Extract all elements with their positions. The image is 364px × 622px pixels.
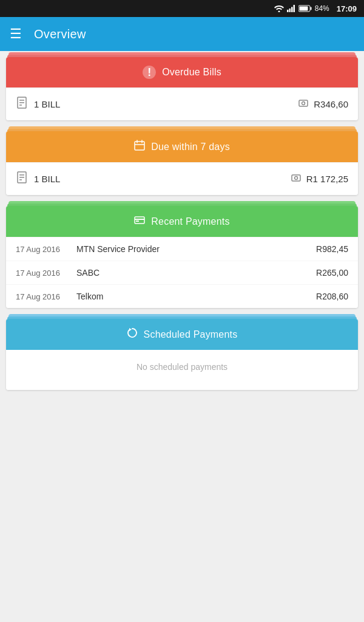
svg-rect-3 — [291, 7, 293, 13]
status-bar: 84% 17:09 — [0, 0, 364, 17]
due-within-bill-count: 1 BILL — [34, 174, 60, 184]
scheduled-payments-label: Scheduled Payments — [144, 329, 238, 340]
payment-amount-0: R982,45 — [316, 244, 348, 254]
bill-document-icon-2 — [16, 171, 28, 186]
signal-icon — [287, 5, 295, 12]
scheduled-payments-header[interactable]: Scheduled Payments — [6, 319, 358, 350]
overdue-bills-header[interactable]: ! Overdue Bills — [6, 57, 358, 87]
bill-left: 1 BILL — [16, 97, 60, 112]
bill-document-icon — [16, 97, 28, 112]
svg-rect-22 — [292, 175, 300, 181]
payment-amount-2: R208,60 — [316, 292, 348, 301]
overdue-alert-icon: ! — [143, 66, 156, 79]
nav-bar: ☰ Overview — [0, 17, 364, 51]
overdue-bills-card: ! Overdue Bills 1 BILL — [6, 57, 358, 120]
due-within-header[interactable]: Due within 7 days — [6, 131, 358, 162]
currency-icon-2 — [291, 173, 302, 186]
svg-rect-4 — [293, 5, 295, 12]
bill-left: 1 BILL — [16, 171, 60, 186]
overdue-bills-section: ! Overdue Bills 1 BILL — [6, 57, 358, 120]
status-time: 17:09 — [337, 4, 357, 13]
page-title: Overview — [34, 27, 86, 41]
recent-payments-section: Recent Payments 17 Aug 2016 MTN Service … — [6, 206, 358, 308]
due-within-bill-row[interactable]: 1 BILL R1 172,25 — [6, 162, 358, 195]
svg-marker-27 — [129, 328, 132, 331]
battery-icon — [298, 5, 312, 12]
svg-rect-14 — [135, 142, 144, 150]
svg-point-13 — [302, 101, 305, 104]
calendar-icon — [134, 140, 145, 154]
wifi-icon — [274, 5, 284, 12]
scheduled-refresh-icon — [127, 327, 138, 341]
due-within-card: Due within 7 days 1 BILL — [6, 131, 358, 195]
payment-name-2: Telkom — [76, 292, 103, 301]
svg-point-23 — [294, 176, 297, 179]
recent-payments-header[interactable]: Recent Payments — [6, 206, 358, 237]
currency-icon — [298, 98, 309, 111]
no-scheduled-message: No scheduled payments — [6, 350, 358, 390]
svg-rect-6 — [310, 7, 311, 10]
svg-rect-7 — [299, 7, 308, 11]
recent-payments-label: Recent Payments — [151, 216, 229, 227]
bill-right: R346,60 — [298, 98, 348, 111]
payment-date-0: 17 Aug 2016 — [16, 245, 70, 254]
svg-point-0 — [278, 11, 280, 13]
bill-right: R1 172,25 — [291, 173, 348, 186]
svg-rect-12 — [299, 100, 308, 106]
recent-payments-card: Recent Payments 17 Aug 2016 MTN Service … — [6, 206, 358, 308]
svg-rect-26 — [136, 220, 139, 222]
payment-left-1: 17 Aug 2016 SABC — [16, 268, 99, 278]
payment-name-1: SABC — [76, 268, 99, 278]
payment-row-0[interactable]: 17 Aug 2016 MTN Service Provider R982,45 — [6, 237, 358, 261]
payment-date-1: 17 Aug 2016 — [16, 268, 70, 278]
svg-rect-2 — [289, 9, 291, 12]
overdue-bill-amount: R346,60 — [314, 99, 348, 109]
due-within-label: Due within 7 days — [151, 142, 230, 152]
payment-date-2: 17 Aug 2016 — [16, 292, 70, 301]
battery-percent: 84% — [315, 4, 329, 13]
overdue-bill-row[interactable]: 1 BILL R346,60 — [6, 87, 358, 120]
overdue-bill-count: 1 BILL — [34, 99, 60, 109]
due-within-section: Due within 7 days 1 BILL — [6, 131, 358, 195]
scheduled-payments-section: Scheduled Payments No scheduled payments — [6, 319, 358, 390]
overdue-bills-label: Overdue Bills — [162, 67, 221, 78]
payment-left-0: 17 Aug 2016 MTN Service Provider — [16, 244, 160, 254]
payment-row-1[interactable]: 17 Aug 2016 SABC R265,00 — [6, 261, 358, 284]
payments-card-icon — [134, 214, 145, 228]
payment-amount-1: R265,00 — [316, 268, 348, 278]
scheduled-payments-card: Scheduled Payments No scheduled payments — [6, 319, 358, 390]
status-icons: 84% — [274, 4, 329, 13]
svg-rect-1 — [287, 10, 289, 12]
payment-name-0: MTN Service Provider — [76, 244, 160, 254]
main-content: ! Overdue Bills 1 BILL — [0, 57, 364, 622]
hamburger-menu-icon[interactable]: ☰ — [10, 26, 22, 42]
payment-row-2[interactable]: 17 Aug 2016 Telkom R208,60 — [6, 284, 358, 308]
svg-rect-24 — [135, 217, 144, 224]
due-within-bill-amount: R1 172,25 — [306, 174, 348, 184]
payment-left-2: 17 Aug 2016 Telkom — [16, 292, 103, 301]
